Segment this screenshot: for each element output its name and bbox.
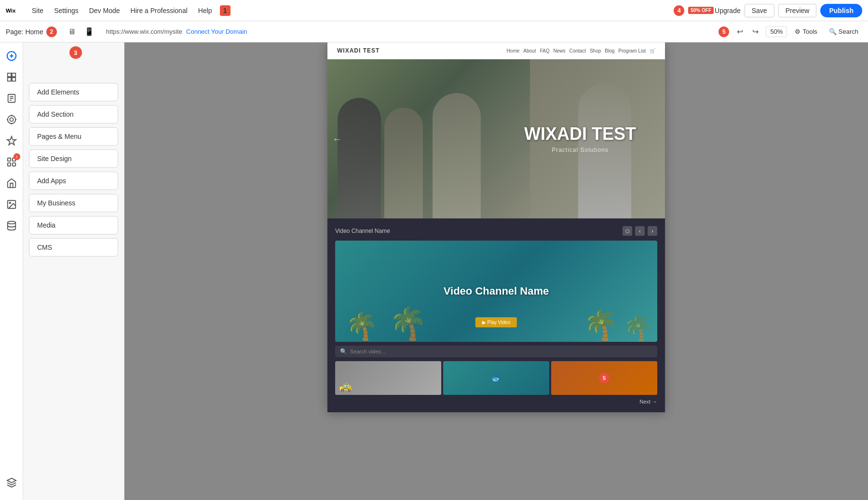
svg-text:Wix: Wix	[6, 7, 16, 13]
search-icon: 🔍	[829, 28, 837, 35]
help-menu[interactable]: Help	[193, 5, 217, 16]
site-logo: WIXADI TEST	[337, 47, 380, 54]
video-main[interactable]: 🌴 🌴 🌴 🌴 Video Channel Name ▶ Play Video	[335, 241, 657, 342]
add-elements-button[interactable]: Add Elements	[29, 83, 118, 101]
mobile-view-icon[interactable]: 📱	[82, 25, 96, 39]
video-search-bar[interactable]: 🔍 Search video...	[335, 346, 657, 357]
publish-button[interactable]: Publish	[820, 4, 862, 17]
design-icon-btn[interactable]	[2, 110, 21, 129]
add-apps-button[interactable]: Add Apps	[29, 172, 118, 190]
pages-menu-button[interactable]: Pages & Menu	[29, 127, 118, 146]
svg-point-13	[7, 116, 15, 124]
svg-marker-25	[7, 478, 15, 483]
svg-point-23	[9, 202, 11, 203]
svg-rect-6	[7, 78, 11, 81]
desktop-view-icon[interactable]: 🖥	[65, 25, 79, 39]
video-controls: ⬡ ‹ ›	[623, 226, 657, 236]
my-business-button[interactable]: My Business	[29, 194, 118, 212]
next-label: Next →	[639, 399, 657, 405]
pages-icon-btn[interactable]	[2, 89, 21, 108]
svg-rect-20	[7, 163, 10, 166]
nav-home[interactable]: Home	[507, 48, 520, 54]
video-channel-header: Video Channel Name ⬡ ‹ ›	[335, 226, 657, 236]
nav-news[interactable]: News	[553, 48, 565, 54]
nav-program-list[interactable]: Program List	[618, 48, 646, 54]
cart-icon[interactable]: 🛒	[650, 48, 655, 54]
settings-menu[interactable]: Settings	[49, 5, 83, 16]
view-icons: 🖥 📱	[65, 25, 96, 39]
undo-redo: ↩ ↪	[733, 25, 762, 39]
video-title-overlay: Video Channel Name	[444, 285, 549, 297]
url-bar: https://www.wix.com/mysite Connect Your …	[106, 28, 247, 35]
upgrade-button[interactable]: 50% OFF Upgrade	[688, 7, 741, 14]
svg-rect-4	[7, 73, 11, 77]
cms-button[interactable]: CMS	[29, 238, 118, 257]
apps-grid-icon-btn[interactable]: 2	[2, 152, 21, 172]
palm-tree-3: 🌴	[583, 308, 619, 342]
hero-arrow-left[interactable]: ←	[332, 134, 342, 145]
fish-icon: 🐟	[491, 373, 502, 383]
svg-rect-21	[12, 163, 15, 166]
tools-icon: ⚙	[795, 28, 800, 35]
save-button[interactable]: Save	[745, 4, 774, 17]
nav-blog[interactable]: Blog	[605, 48, 614, 54]
upgrade-badge: 50% OFF	[688, 7, 714, 14]
nav-faq[interactable]: FAQ	[540, 48, 549, 54]
video-thumb-3[interactable]: 5	[551, 361, 657, 395]
dev-mode-menu[interactable]: Dev Mode	[84, 5, 125, 16]
video-search-icon: 🔍	[340, 348, 347, 355]
video-prev-icon[interactable]: ‹	[635, 226, 645, 236]
upgrade-label: Upgrade	[715, 7, 741, 14]
redo-button[interactable]: ↪	[748, 25, 762, 39]
site-design-button[interactable]: Site Design	[29, 149, 118, 168]
video-thumb-1[interactable]: 🚕	[335, 361, 441, 395]
svg-point-12	[10, 118, 13, 121]
search-button[interactable]: 🔍 Search	[825, 27, 862, 37]
site-menu[interactable]: Site	[27, 5, 48, 16]
top-bar: Wix Site Settings Dev Mode Hire a Profes…	[0, 0, 868, 21]
person-silhouette-2	[384, 108, 423, 218]
badge-2: 2	[46, 27, 57, 37]
video-thumbnails: 🚕 🐟 5	[335, 361, 657, 395]
connect-domain-link[interactable]: Connect Your Domain	[186, 28, 247, 35]
cms-icon-btn[interactable]	[2, 216, 21, 235]
undo-button[interactable]: ↩	[733, 25, 746, 39]
palm-tree-1: 🌴	[345, 311, 378, 342]
search-label: Search	[839, 28, 858, 35]
next-button[interactable]: Next →	[335, 399, 657, 405]
media-button[interactable]: Media	[29, 216, 118, 234]
hire-professional-menu[interactable]: Hire a Professional	[126, 5, 192, 16]
preview-button[interactable]: Preview	[778, 4, 817, 17]
nav-contact[interactable]: Contact	[569, 48, 585, 54]
play-video-button[interactable]: ▶ Play Video	[475, 317, 517, 327]
video-share-icon[interactable]: ⬡	[623, 226, 632, 236]
wix-logo[interactable]: Wix	[6, 5, 23, 16]
canvas-area: WIXADI TEST Home About FAQ News Contact …	[124, 42, 868, 500]
site-preview: WIXADI TEST Home About FAQ News Contact …	[327, 42, 665, 412]
elements-icon-btn[interactable]	[2, 68, 21, 87]
layers-icon-btn[interactable]	[2, 473, 21, 492]
page-label[interactable]: Page: Home	[6, 28, 43, 36]
url-text: https://www.wix.com/mysite	[106, 28, 182, 35]
add-element-icon-btn[interactable]	[2, 46, 21, 66]
nav-shop[interactable]: Shop	[590, 48, 601, 54]
tools-button[interactable]: ⚙ Tools	[791, 27, 821, 37]
hero-title: WIXADI TEST	[524, 124, 636, 144]
nav-about[interactable]: About	[523, 48, 536, 54]
taxi-icon: 🚕	[339, 379, 352, 392]
apps-icon-btn[interactable]	[2, 131, 21, 150]
business-icon-btn[interactable]	[2, 174, 21, 193]
add-section-button[interactable]: Add Section	[29, 105, 118, 123]
site-header: WIXADI TEST Home About FAQ News Contact …	[327, 42, 665, 59]
main-layout: 2	[0, 42, 868, 500]
person-silhouette-1	[338, 98, 381, 218]
top-bar-right: 4 50% OFF Upgrade Save Preview Publish	[674, 4, 862, 17]
hero-subtitle: Practical Solutions	[524, 147, 636, 153]
media-icon-btn[interactable]	[2, 195, 21, 214]
video-next-icon[interactable]: ›	[648, 226, 657, 236]
video-thumb-2[interactable]: 🐟	[443, 361, 549, 395]
zoom-control[interactable]: 50%	[766, 26, 787, 37]
notification-badge-1[interactable]: 1	[220, 5, 231, 16]
badge-4: 4	[674, 5, 684, 16]
palm-tree-4: 🌴	[623, 314, 652, 342]
